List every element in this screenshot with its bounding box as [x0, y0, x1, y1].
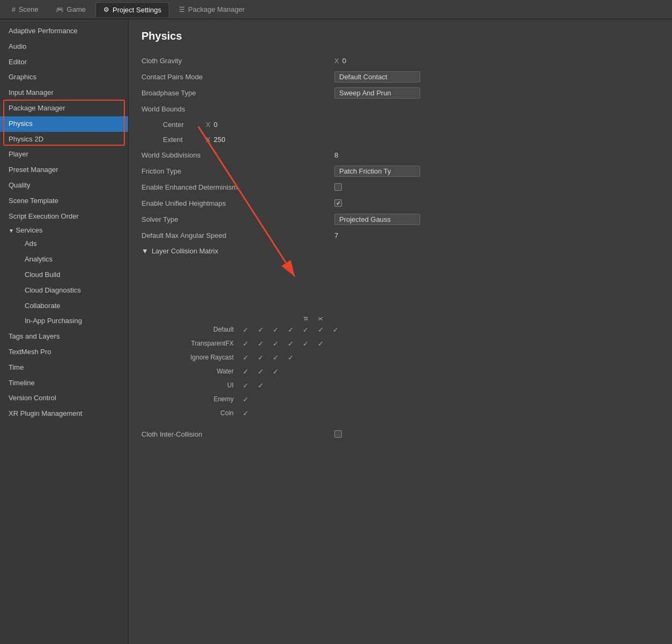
tab-game[interactable]: 🎮 Game — [48, 2, 93, 17]
cell-coin-water[interactable] — [283, 406, 298, 420]
contact-pairs-mode-dropdown[interactable]: Default Contact — [334, 71, 420, 83]
sidebar-item-timeline[interactable]: Timeline — [0, 376, 128, 391]
sidebar-item-script-execution-order[interactable]: Script Execution Order — [0, 209, 128, 224]
cell-enemy-tfx[interactable] — [313, 392, 328, 406]
cell-tfx-coin[interactable]: ✓ — [238, 336, 253, 350]
sidebar-item-textmesh-pro[interactable]: TextMesh Pro — [0, 345, 128, 360]
sidebar-item-quality[interactable]: Quality — [0, 178, 128, 193]
tab-package-manager[interactable]: ☰ Package Manager — [171, 2, 252, 17]
page-title: Physics — [141, 30, 659, 42]
matrix-row-coin: Coin ✓ — [141, 406, 659, 420]
tab-scene[interactable]: # Scene — [4, 2, 46, 17]
cell-ir-default[interactable] — [328, 350, 343, 364]
sidebar-item-collaborate[interactable]: Collaborate — [16, 298, 128, 314]
cell-coin-ir[interactable] — [298, 406, 313, 420]
cell-ir-water[interactable]: ✓ — [283, 350, 298, 364]
sidebar-item-ads[interactable]: Ads — [16, 236, 128, 252]
sidebar-item-scene-template[interactable]: Scene Template — [0, 193, 128, 209]
sidebar-item-time[interactable]: Time — [0, 360, 128, 376]
cell-enemy-water[interactable] — [283, 392, 298, 406]
world-bounds-row: World Bounds — [141, 101, 659, 116]
cell-enemy-ui[interactable] — [268, 392, 283, 406]
cell-ui-default[interactable] — [328, 378, 343, 392]
sidebar-item-adaptive-performance[interactable]: Adaptive Performance — [0, 24, 128, 39]
cell-default-coin[interactable]: ✓ — [238, 323, 253, 336]
cell-tfx-transparentfx[interactable]: ✓ — [313, 336, 328, 350]
tab-project-settings[interactable]: ⚙ Project Settings — [95, 2, 169, 17]
default-max-angular-speed-row: Default Max Angular Speed 7 — [141, 228, 659, 243]
sidebar-item-cloud-build[interactable]: Cloud Build — [16, 267, 128, 283]
sidebar-item-input-manager[interactable]: Input Manager — [0, 85, 128, 101]
cell-tfx-ui[interactable]: ✓ — [268, 336, 283, 350]
sidebar-item-audio[interactable]: Audio — [0, 39, 128, 55]
cell-ui-enemy[interactable]: ✓ — [253, 378, 268, 392]
cell-enemy-default[interactable] — [328, 392, 343, 406]
cell-tfx-water[interactable]: ✓ — [283, 336, 298, 350]
cell-default-ui[interactable]: ✓ — [268, 323, 283, 336]
sidebar-group-services[interactable]: ▼ Services — [0, 224, 128, 236]
cell-ui-ui[interactable] — [268, 378, 283, 392]
cell-tfx-enemy[interactable]: ✓ — [253, 336, 268, 350]
cell-w-ir[interactable] — [298, 364, 313, 378]
cell-tfx-default[interactable] — [328, 336, 343, 350]
main-layout: Adaptive Performance Audio Editor Graphi… — [0, 19, 672, 644]
cell-default-water[interactable]: ✓ — [283, 323, 298, 336]
sidebar-item-graphics[interactable]: Graphics — [0, 70, 128, 85]
cell-default-ignoreraycast[interactable]: ✓ — [298, 323, 313, 336]
layer-collision-matrix-header[interactable]: ▼ Layer Collision Matrix — [141, 247, 659, 255]
cell-w-default[interactable] — [328, 364, 343, 378]
cell-ir-ui[interactable]: ✓ — [268, 350, 283, 364]
broadphase-type-dropdown[interactable]: Sweep And Prun — [334, 87, 420, 99]
cell-ui-ir[interactable] — [298, 378, 313, 392]
sidebar-item-version-control[interactable]: Version Control — [0, 391, 128, 406]
col-label-water: Water — [283, 261, 298, 320]
enable-enhanced-determinism-checkbox[interactable] — [334, 183, 342, 191]
cell-w-ui[interactable]: ✓ — [268, 364, 283, 378]
sidebar-item-xr-plugin-management[interactable]: XR Plugin Management — [0, 406, 128, 422]
cell-default-default[interactable]: ✓ — [328, 323, 343, 336]
cell-enemy-enemy[interactable] — [253, 392, 268, 406]
enable-enhanced-determinism-row: Enable Enhanced Determinism — [141, 179, 659, 194]
cell-coin-enemy[interactable] — [253, 406, 268, 420]
sidebar-item-player[interactable]: Player — [0, 147, 128, 162]
cell-enemy-ir[interactable] — [298, 392, 313, 406]
sidebar-item-cloud-diagnostics[interactable]: Cloud Diagnostics — [16, 283, 128, 298]
sidebar-item-in-app-purchasing[interactable]: In-App Purchasing — [16, 313, 128, 329]
cell-w-coin[interactable]: ✓ — [238, 364, 253, 378]
cell-default-transparentfx[interactable]: ✓ — [313, 323, 328, 336]
cloth-inter-collision-checkbox[interactable] — [334, 430, 342, 438]
cell-ir-enemy[interactable]: ✓ — [253, 350, 268, 364]
matrix-row-default: Default ✓ ✓ ✓ ✓ ✓ ✓ ✓ — [141, 323, 659, 336]
cell-ui-coin[interactable]: ✓ — [238, 378, 253, 392]
friction-type-dropdown[interactable]: Patch Friction Ty — [334, 166, 420, 177]
cell-w-water[interactable] — [283, 364, 298, 378]
sidebar-item-preset-manager[interactable]: Preset Manager — [0, 162, 128, 178]
cell-tfx-ignoreraycast[interactable]: ✓ — [298, 336, 313, 350]
col-label-enemy: Enemy — [253, 261, 268, 320]
sidebar-item-package-manager[interactable]: Package Manager — [0, 101, 128, 116]
sidebar-item-tags-and-layers[interactable]: Tags and Layers — [0, 329, 128, 345]
cell-w-tfx[interactable] — [313, 364, 328, 378]
cell-coin-default[interactable] — [328, 406, 343, 420]
cell-enemy-coin[interactable]: ✓ — [238, 392, 253, 406]
sidebar-item-editor[interactable]: Editor — [0, 55, 128, 70]
solver-type-dropdown[interactable]: Projected Gauss — [334, 214, 420, 225]
cell-ir-coin[interactable]: ✓ — [238, 350, 253, 364]
sidebar-item-analytics[interactable]: Analytics — [16, 252, 128, 267]
cell-coin-coin[interactable]: ✓ — [238, 406, 253, 420]
cell-coin-ui[interactable] — [268, 406, 283, 420]
enable-unified-heightmaps-checkbox[interactable]: ✓ — [334, 199, 342, 207]
cell-default-enemy[interactable]: ✓ — [253, 323, 268, 336]
sidebar-item-physics-2d[interactable]: Physics 2D — [0, 132, 128, 147]
cell-coin-tfx[interactable] — [313, 406, 328, 420]
cell-ui-water[interactable] — [283, 378, 298, 392]
collapse-arrow-icon: ▼ — [141, 247, 148, 255]
cell-w-enemy[interactable]: ✓ — [253, 364, 268, 378]
sidebar-item-physics[interactable]: Physics — [0, 116, 128, 132]
x-axis-label: X — [334, 57, 339, 65]
cell-ir-ignoreraycast[interactable] — [298, 350, 313, 364]
solver-type-row: Solver Type Projected Gauss — [141, 212, 659, 227]
physics-box-group: Package Manager Physics Physics 2D Playe… — [0, 101, 128, 162]
cell-ui-tfx[interactable] — [313, 378, 328, 392]
cell-ir-transparentfx[interactable] — [313, 350, 328, 364]
